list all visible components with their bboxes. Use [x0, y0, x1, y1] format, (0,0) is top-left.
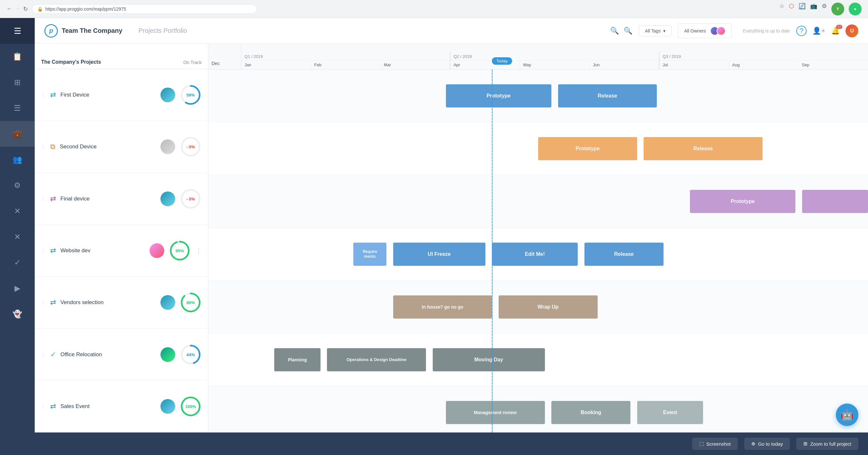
- drag-handle[interactable]: ⋮: [41, 92, 45, 97]
- gantt-row-first-device: Prototype Release: [208, 69, 868, 122]
- owner-avatar-2: [717, 26, 725, 35]
- drag-handle[interactable]: ⋮: [41, 300, 45, 305]
- sidebar-item-video[interactable]: ▶: [0, 276, 35, 301]
- gantt-row-second-device: Prototype Release: [208, 122, 868, 175]
- main-app: ☰ 📋 ⊞ ☰ 💼 👥 ⚙ ✕ ✕: [0, 18, 868, 455]
- sync-icon[interactable]: 🔄: [799, 3, 806, 16]
- zoom-out-button[interactable]: 🔍: [610, 27, 619, 35]
- progress-text: 59%: [186, 93, 195, 97]
- gantt-bar-inhouse[interactable]: In house? go no go: [393, 295, 492, 318]
- gantt-bar-release-2[interactable]: Release: [644, 137, 762, 160]
- gantt-bar-release-3[interactable]: [802, 190, 868, 213]
- sidebar-item-team[interactable]: 👥: [0, 147, 35, 172]
- gantt-bar-release[interactable]: Release: [558, 84, 657, 108]
- extensions-icon[interactable]: ⬡: [789, 3, 794, 16]
- user-avatar[interactable]: Y: [831, 3, 844, 16]
- help-button[interactable]: ?: [796, 26, 807, 36]
- drag-handle[interactable]: ⋮: [41, 196, 45, 201]
- sidebar-item-x2[interactable]: ✕: [0, 224, 35, 250]
- go-to-today-button[interactable]: ⊕ Go to today: [744, 437, 790, 450]
- bar-label: Wrap Up: [537, 304, 558, 310]
- list-header-on-track: On Track: [183, 60, 202, 65]
- month-sep: Sep: [799, 60, 868, 69]
- zoom-in-button[interactable]: 🔍: [624, 27, 632, 35]
- bar-label: Booking: [581, 409, 601, 416]
- url-bar[interactable]: 🔒 https://app.proggio.com/map/ppm/12975: [32, 4, 257, 14]
- bar-label: Management review: [474, 410, 517, 415]
- gantt-bar-wrapup[interactable]: Wrap Up: [499, 295, 598, 318]
- quarter-q1: Q1 / 2019 Jan Feb Mar: [242, 52, 451, 69]
- sidebar-item-book[interactable]: 📋: [0, 44, 35, 69]
- screenshot-button[interactable]: ⬚ Screenshot: [692, 437, 738, 450]
- month-dec-label: Dec: [212, 61, 241, 66]
- gantt-bar-moving[interactable]: Moving Day: [433, 348, 545, 371]
- gantt-bar-prototype[interactable]: Prototype: [446, 84, 551, 108]
- project-name[interactable]: Website dev: [60, 248, 145, 254]
- zoom-controls: 🔍 🔍: [610, 27, 632, 35]
- team-icon: 👥: [12, 155, 22, 164]
- settings2-icon[interactable]: ⚙: [822, 3, 827, 16]
- more-options-button[interactable]: ⋮: [195, 247, 202, 255]
- project-name[interactable]: Vendors selection: [60, 299, 156, 306]
- q3-label: Q3 / 2019: [659, 52, 868, 60]
- x2-icon: ✕: [14, 232, 21, 241]
- project-name[interactable]: Office Relocation: [60, 351, 156, 358]
- project-row-office: ⋮ ✓ Office Relocation 44%: [35, 329, 208, 380]
- bar-label: Prototype: [487, 93, 511, 99]
- project-name[interactable]: Final device: [60, 196, 156, 202]
- gantt-bar-requirements[interactable]: Require ments: [353, 243, 386, 266]
- gantt-bar-release-4[interactable]: Release: [585, 243, 663, 266]
- gantt-bar-operations[interactable]: Operations & Design Deadline: [327, 348, 426, 371]
- filter-tags-button[interactable]: All Tags ▾: [639, 25, 672, 36]
- today-label: Today: [492, 57, 512, 65]
- month-mar: Mar: [381, 60, 450, 69]
- gantt-bar-prototype-2[interactable]: Prototype: [538, 137, 637, 160]
- gantt-bar-mgmt-review[interactable]: Management review: [446, 401, 545, 424]
- project-name[interactable]: First Device: [60, 92, 156, 98]
- gantt-bar-ui-freeze[interactable]: UI Freeze: [393, 243, 486, 266]
- forward-button[interactable]: →: [15, 5, 21, 12]
- user-avatar2[interactable]: ●: [849, 3, 862, 16]
- gantt-bar-planning[interactable]: Planning: [274, 348, 320, 371]
- chatbot-button[interactable]: 🤖: [836, 403, 858, 426]
- user-menu-button[interactable]: U: [845, 25, 858, 37]
- add-user-button[interactable]: 👤+: [812, 27, 825, 35]
- notifications-button[interactable]: 🔔 92: [831, 27, 840, 35]
- gantt-bar-edit-me[interactable]: Edit Me!: [492, 243, 578, 266]
- drag-handle[interactable]: ⋮: [41, 248, 45, 253]
- refresh-button[interactable]: ↻: [23, 5, 28, 12]
- gantt-container: The Company's Projects On Track ⋮ ⇄ Firs…: [35, 44, 868, 432]
- filter-tags-label: All Tags: [645, 28, 661, 33]
- star-icon[interactable]: ☆: [779, 3, 784, 16]
- sidebar-item-list[interactable]: ☰: [0, 95, 35, 121]
- gantt-bar-prototype-3[interactable]: Prototype: [690, 190, 795, 213]
- sidebar-item-grid[interactable]: ⊞: [0, 69, 35, 95]
- sidebar-item-integrations[interactable]: ✕: [0, 198, 35, 224]
- drag-handle[interactable]: ⋮: [41, 352, 45, 357]
- browser-nav: ← → ↻: [6, 5, 28, 12]
- drag-handle[interactable]: ⋮: [41, 404, 45, 409]
- drag-handle[interactable]: ⋮: [41, 144, 45, 149]
- project-icon-check: ✓: [50, 350, 56, 359]
- progress-circle: 100%: [180, 396, 202, 417]
- month-jan: Jan: [242, 60, 311, 69]
- main-content: p Team The Company Projects Portfolio 🔍 …: [35, 18, 868, 455]
- timeline-area: Dec Q1 / 2019 Jan Feb Mar: [208, 44, 868, 432]
- cast-icon[interactable]: 📺: [810, 3, 817, 16]
- progress-circle: - 0%: [180, 136, 202, 158]
- project-name[interactable]: Second Device: [60, 143, 156, 150]
- project-name[interactable]: Sales Event: [60, 403, 156, 409]
- gantt-bar-event[interactable]: Event: [637, 401, 703, 424]
- gantt-bar-booking[interactable]: Booking: [551, 401, 630, 424]
- list-icon: ☰: [14, 104, 21, 113]
- filter-owners-label: All Owners: [684, 28, 706, 33]
- sidebar-item-ghost[interactable]: 👻: [0, 301, 35, 327]
- zoom-full-project-button[interactable]: ⊞ Zoom to full project: [796, 437, 858, 450]
- back-button[interactable]: ←: [6, 5, 12, 12]
- hamburger-menu-button[interactable]: ☰: [14, 26, 21, 36]
- progress-text: 95%: [176, 248, 184, 253]
- sidebar-item-check[interactable]: ✓: [0, 250, 35, 276]
- sidebar-item-portfolio[interactable]: 💼: [0, 121, 35, 147]
- filter-owners-button[interactable]: All Owners: [678, 24, 732, 38]
- sidebar-item-settings[interactable]: ⚙: [0, 172, 35, 198]
